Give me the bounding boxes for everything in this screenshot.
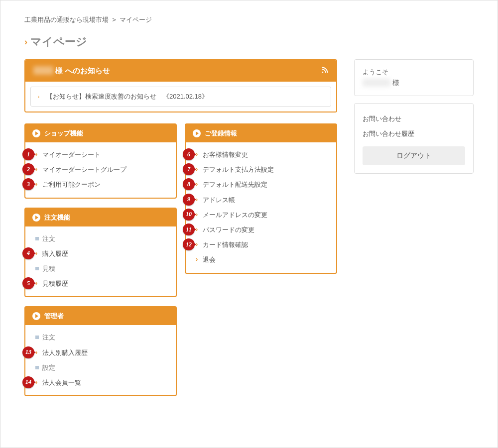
section-label: 注文 — [28, 330, 173, 345]
number-badge: 9 — [183, 194, 195, 206]
username: 様 — [363, 79, 465, 88]
panel-header: 注文機能 — [25, 209, 176, 226]
number-badge: 8 — [183, 178, 195, 190]
number-badge: 1 — [22, 148, 34, 160]
menu-link[interactable]: パスワードの変更11 — [189, 223, 333, 237]
panel-register: ご登録情報 お客様情報変更6デフォルト支払方法設定7デフォルト配送先設定8アドレ… — [185, 123, 337, 274]
contact-link[interactable]: お問い合わせ — [363, 112, 465, 126]
number-badge: 3 — [22, 178, 34, 190]
notice-item[interactable]: › 【お知らせ】検索速度改善のお知らせ 《2021.02.18》 — [30, 87, 331, 107]
menu-link[interactable]: マイオーダーシートグループ2 — [28, 162, 173, 177]
panel-header: 管理者 — [25, 307, 176, 325]
menu-link[interactable]: カード情報確認12 — [189, 237, 333, 252]
menu-link[interactable]: デフォルト配送先設定8 — [189, 177, 333, 192]
menu-link[interactable]: 退会 — [189, 252, 333, 267]
breadcrumb-root[interactable]: 工業用品の通販なら現場市場 — [24, 16, 109, 23]
arrow-right-icon — [32, 312, 40, 320]
menu-link[interactable]: マイオーダーシート1 — [28, 147, 173, 162]
welcome-box: ようこそ 様 — [354, 59, 474, 96]
section-label: 設定 — [28, 360, 173, 375]
menu-link[interactable]: 購入履歴4 — [28, 246, 173, 261]
number-badge: 5 — [22, 277, 34, 289]
breadcrumb-current: マイページ — [120, 16, 152, 23]
chevron-right-icon: › — [38, 94, 39, 100]
section-label: 見積 — [28, 261, 173, 276]
panel-order: 注文機能 注文購入履歴4見積見積履歴5 — [24, 208, 177, 298]
notice-box: 様 へのお知らせ › 【お知らせ】検索速度改善のお知らせ 《2021.02.18… — [24, 59, 337, 112]
number-badge: 10 — [183, 209, 195, 221]
arrow-right-icon — [193, 129, 201, 137]
number-badge: 4 — [22, 247, 34, 259]
rss-icon[interactable] — [321, 67, 328, 75]
menu-link[interactable]: お客様情報変更6 — [189, 147, 333, 162]
notice-header: 様 へのお知らせ — [25, 60, 336, 82]
panel-header: ご登録情報 — [186, 124, 336, 142]
menu-link[interactable]: アドレス帳9 — [189, 193, 333, 208]
menu-link[interactable]: ご利用可能クーポン3 — [28, 177, 173, 192]
logout-button[interactable]: ログアウト — [363, 146, 465, 165]
menu-link[interactable]: デフォルト支払方法設定7 — [189, 162, 333, 177]
menu-link[interactable]: 法人会員一覧14 — [28, 375, 173, 390]
menu-link[interactable]: 法人別購入履歴13 — [28, 345, 173, 360]
number-badge: 11 — [183, 224, 195, 235]
number-badge: 13 — [22, 346, 34, 358]
page-title: › マイページ — [24, 34, 474, 49]
contact-box: お問い合わせ お問い合わせ履歴 ログアウト — [354, 103, 474, 174]
section-label: 注文 — [28, 231, 173, 246]
svg-point-0 — [322, 72, 323, 73]
number-badge: 12 — [183, 238, 195, 250]
number-badge: 2 — [22, 163, 34, 175]
breadcrumb: 工業用品の通販なら現場市場 > マイページ — [24, 15, 474, 24]
panel-header: ショップ機能 — [25, 124, 176, 142]
panel-admin: 管理者 注文法人別購入履歴13設定法人会員一覧14 — [24, 306, 177, 396]
menu-link[interactable]: メールアドレスの変更10 — [189, 208, 333, 223]
welcome-label: ようこそ — [363, 68, 465, 77]
panel-shop: ショップ機能 マイオーダーシート1マイオーダーシートグループ2ご利用可能クーポン… — [24, 123, 177, 199]
menu-link[interactable]: 見積履歴5 — [28, 276, 173, 291]
number-badge: 7 — [183, 163, 195, 175]
contact-history-link[interactable]: お問い合わせ履歴 — [363, 126, 465, 141]
arrow-right-icon — [32, 214, 40, 222]
chevron-right-icon: › — [24, 37, 27, 47]
arrow-right-icon — [32, 129, 40, 137]
username-blurred — [33, 66, 53, 75]
number-badge: 6 — [183, 148, 195, 160]
number-badge: 14 — [22, 376, 34, 388]
